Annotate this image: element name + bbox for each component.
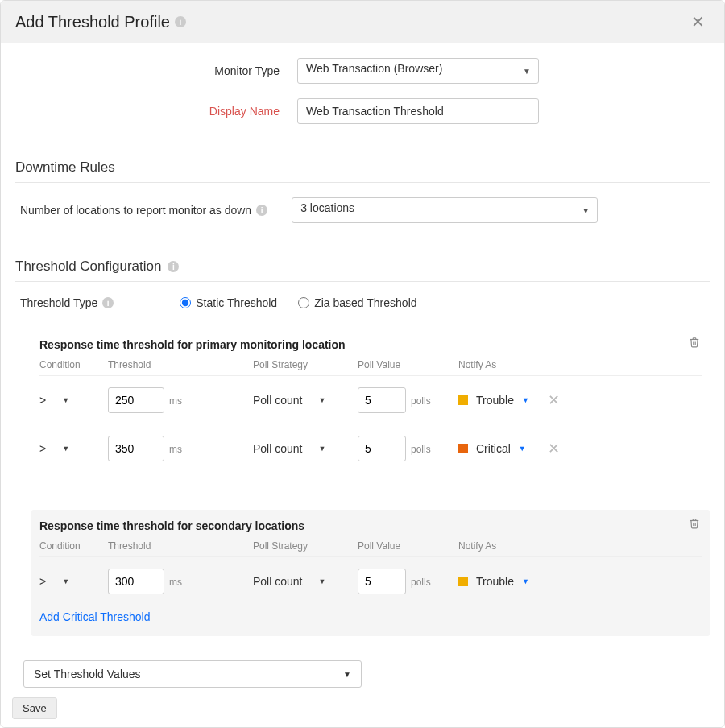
col-threshold: Threshold [108, 536, 253, 557]
unit-label: polls [411, 395, 431, 407]
secondary-threshold-block: Response time threshold for secondary lo… [31, 510, 710, 636]
panel-title: Add Threshold Profile [15, 13, 170, 31]
chevron-down-icon: ▼ [62, 445, 69, 453]
col-strategy: Poll Strategy [253, 354, 358, 376]
threshold-config-title: Threshold Configuration [15, 259, 161, 275]
rule-row: >▼msPoll count▼pollsTrouble▼✕ [39, 376, 702, 425]
threshold-input[interactable] [108, 436, 164, 461]
threshold-config-heading: Threshold Configuration i [15, 238, 710, 282]
col-strategy: Poll Strategy [253, 536, 358, 557]
zia-threshold-radio[interactable]: Zia based Threshold [298, 296, 416, 309]
unit-label: ms [169, 395, 182, 407]
secondary-rules-table: Condition Threshold Poll Strategy Poll V… [39, 536, 702, 606]
info-icon[interactable]: i [256, 205, 267, 216]
chevron-down-icon: ▼ [318, 577, 325, 585]
static-threshold-input[interactable] [180, 297, 191, 308]
primary-block-title: Response time threshold for primary moni… [39, 338, 702, 351]
downtime-rules-title: Downtime Rules [15, 159, 115, 176]
poll-value-input[interactable] [358, 569, 406, 594]
chevron-down-icon: ▼ [318, 396, 325, 404]
status-swatch [458, 577, 468, 586]
col-pollvalue: Poll Value [358, 536, 458, 557]
unit-label: polls [411, 577, 431, 588]
rule-row: >▼msPoll count▼pollsTrouble▼ [39, 557, 702, 606]
panel-footer: Save [1, 689, 724, 727]
panel-header: Add Threshold Profile i ✕ [1, 1, 724, 43]
info-icon[interactable]: i [175, 16, 186, 27]
notify-as-select[interactable]: Critical▼ [458, 442, 526, 455]
chevron-down-icon: ▼ [343, 670, 351, 679]
poll-strategy-select[interactable]: Poll count▼ [253, 441, 325, 457]
poll-strategy-select[interactable]: Poll count▼ [253, 392, 325, 408]
remove-row-icon[interactable]: ✕ [543, 392, 565, 408]
set-threshold-values-label: Set Threshold Values [34, 668, 141, 680]
col-condition: Condition [39, 354, 108, 376]
set-threshold-values-select[interactable]: Set Threshold Values ▼ [23, 660, 362, 688]
info-icon[interactable]: i [102, 297, 114, 308]
zia-threshold-input[interactable] [298, 297, 309, 308]
monitor-type-label: Monitor Type [15, 64, 297, 77]
locations-select[interactable]: 3 locations [292, 197, 598, 223]
condition-select[interactable]: >▼ [39, 573, 69, 589]
static-threshold-label: Static Threshold [196, 296, 277, 309]
unit-label: polls [411, 444, 431, 455]
chevron-down-icon: ▼ [522, 577, 529, 585]
col-threshold: Threshold [108, 354, 253, 376]
chevron-down-icon: ▼ [62, 577, 69, 585]
display-name-label: Display Name [15, 105, 297, 118]
condition-select[interactable]: >▼ [39, 392, 69, 408]
add-threshold-profile-panel: Add Threshold Profile i ✕ Monitor Type W… [0, 0, 725, 728]
unit-label: ms [169, 444, 182, 455]
trash-icon[interactable] [689, 337, 700, 350]
primary-threshold-block: Response time threshold for primary moni… [31, 329, 710, 486]
poll-value-input[interactable] [358, 436, 406, 461]
threshold-input[interactable] [108, 387, 164, 413]
threshold-input[interactable] [108, 569, 164, 594]
col-notify: Notify As [458, 536, 543, 557]
threshold-type-label: Threshold Type [20, 296, 97, 309]
monitor-type-row: Monitor Type Web Transaction (Browser) ▼ [15, 58, 710, 84]
remove-row-icon[interactable]: ✕ [543, 441, 565, 457]
primary-rules-table: Condition Threshold Poll Strategy Poll V… [39, 354, 702, 473]
downtime-rules-heading: Downtime Rules [15, 139, 710, 183]
zia-threshold-label: Zia based Threshold [314, 296, 416, 309]
poll-value-input[interactable] [358, 387, 406, 413]
locations-label: Number of locations to report monitor as… [20, 204, 251, 217]
status-swatch [458, 395, 468, 405]
static-threshold-radio[interactable]: Static Threshold [180, 296, 277, 309]
secondary-block-title: Response time threshold for secondary lo… [39, 519, 702, 532]
col-pollvalue: Poll Value [358, 354, 458, 376]
save-button[interactable]: Save [12, 697, 57, 719]
rule-row: >▼msPoll count▼pollsCritical▼✕ [39, 424, 702, 473]
unit-label: ms [169, 577, 182, 588]
chevron-down-icon: ▼ [522, 396, 529, 404]
notify-as-select[interactable]: Trouble▼ [458, 575, 529, 588]
display-name-input[interactable] [297, 98, 539, 124]
chevron-down-icon: ▼ [318, 445, 325, 453]
display-name-row: Display Name [15, 98, 710, 124]
info-icon[interactable]: i [168, 261, 179, 272]
status-swatch [458, 444, 468, 453]
chevron-down-icon: ▼ [519, 445, 526, 453]
monitor-type-select[interactable]: Web Transaction (Browser) [297, 58, 539, 84]
chevron-down-icon: ▼ [62, 396, 69, 404]
condition-select[interactable]: >▼ [39, 441, 69, 457]
add-critical-threshold-link[interactable]: Add Critical Threshold [39, 610, 150, 623]
col-notify: Notify As [458, 354, 543, 376]
trash-icon[interactable] [689, 518, 700, 532]
close-icon[interactable]: ✕ [686, 12, 710, 31]
col-condition: Condition [39, 536, 108, 557]
poll-strategy-select[interactable]: Poll count▼ [253, 573, 325, 589]
notify-as-select[interactable]: Trouble▼ [458, 394, 529, 407]
